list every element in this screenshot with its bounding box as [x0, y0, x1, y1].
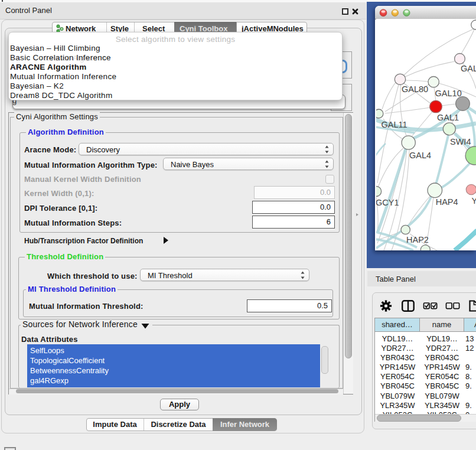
svg-text:GAL11: GAL11 — [382, 120, 407, 129]
svg-text:GAL4: GAL4 — [409, 151, 431, 160]
svg-text:HAP2: HAP2 — [406, 235, 429, 244]
svg-text:GAL10: GAL10 — [435, 89, 462, 98]
svg-text:Y: Y — [472, 196, 476, 206]
svg-text:GAL1: GAL1 — [437, 113, 459, 122]
svg-text:SWI4: SWI4 — [450, 137, 471, 146]
svg-text:GCY1: GCY1 — [376, 198, 399, 207]
svg-text:GAL2: GAL2 — [461, 64, 476, 73]
svg-text:GAL80: GAL80 — [402, 84, 428, 94]
svg-text:HAP4: HAP4 — [436, 197, 458, 207]
